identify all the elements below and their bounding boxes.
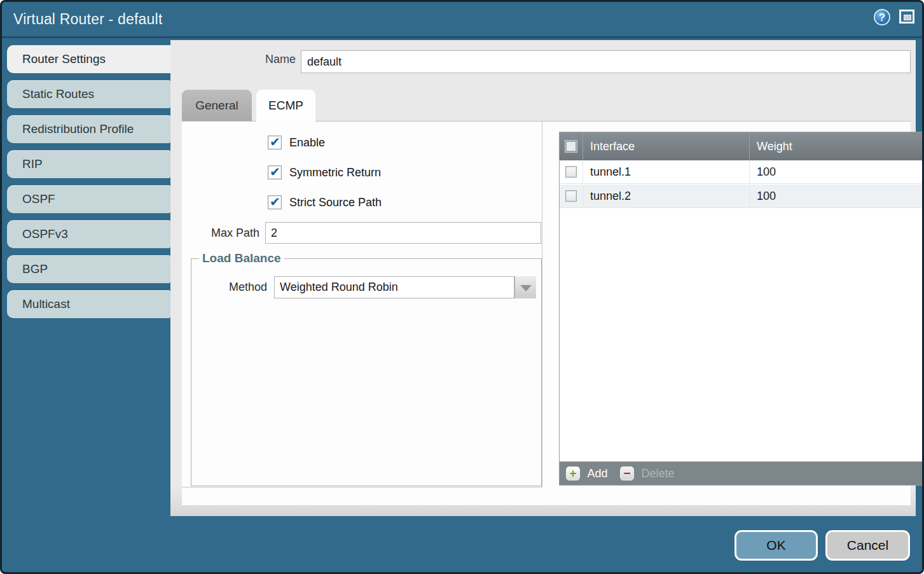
row-checkbox[interactable] (565, 166, 577, 178)
minimize-icon[interactable] (899, 10, 914, 24)
table-footer: + Add − Delete (560, 461, 922, 485)
header-checkbox-cell (560, 132, 583, 160)
delete-label: Delete (641, 467, 674, 480)
title-bar: Virtual Router - default ? (2, 2, 922, 38)
table-row[interactable]: tunnel.1 100 (560, 160, 922, 184)
add-button[interactable]: + Add (566, 466, 607, 482)
tab-ecmp[interactable]: ECMP (256, 90, 315, 122)
interface-table: Interface Weight tunnel.1 100 tunnel.2 1… (559, 132, 923, 486)
delete-button[interactable]: − Delete (620, 466, 674, 482)
sidebar-item-ospfv3[interactable]: OSPFv3 (7, 220, 170, 248)
ecmp-panel: Enable Symmetric Return Strict Source Pa… (182, 121, 911, 505)
ok-button[interactable]: OK (734, 530, 818, 561)
strict-source-path-label: Strict Source Path (289, 196, 382, 209)
enable-label: Enable (289, 136, 325, 150)
table-row[interactable]: tunnel.2 100 (560, 185, 922, 208)
add-label: Add (587, 467, 607, 480)
sidebar-item-redistribution-profile[interactable]: Redistribution Profile (7, 115, 170, 143)
sidebar-item-static-routes[interactable]: Static Routes (7, 80, 170, 108)
method-label: Method (202, 281, 267, 294)
name-input[interactable] (301, 50, 911, 73)
sidebar-item-rip[interactable]: RIP (7, 150, 170, 178)
select-all-checkbox[interactable] (565, 140, 577, 153)
method-dropdown-button[interactable] (514, 276, 536, 298)
tab-general[interactable]: General (182, 90, 252, 122)
table-header: Interface Weight (560, 132, 922, 160)
cell-interface: tunnel.2 (583, 185, 749, 208)
load-balance-legend: Load Balance (199, 251, 284, 265)
strict-source-path-checkbox[interactable] (268, 195, 282, 209)
row-checkbox[interactable] (565, 190, 577, 202)
cancel-button[interactable]: Cancel (825, 530, 910, 561)
load-balance-fieldset: Load Balance Method (191, 258, 542, 486)
sidebar-item-multicast[interactable]: Multicast (7, 290, 170, 318)
name-label: Name (170, 53, 296, 66)
virtual-router-dialog: Virtual Router - default ? Router Settin… (0, 0, 924, 574)
help-icon[interactable]: ? (874, 9, 890, 25)
sidebar-item-ospf[interactable]: OSPF (7, 185, 170, 213)
column-header-interface[interactable]: Interface (583, 132, 749, 160)
method-input[interactable] (274, 276, 514, 298)
cell-weight: 100 (749, 185, 923, 208)
cell-interface: tunnel.1 (583, 160, 749, 184)
max-path-label: Max Path (182, 227, 259, 240)
content-area: Name General ECMP Enable Symmetric Retur… (170, 40, 916, 516)
column-header-weight[interactable]: Weight (749, 132, 923, 160)
dialog-title: Virtual Router - default (13, 11, 163, 28)
ecmp-settings-pane: Enable Symmetric Return Strict Source Pa… (182, 122, 542, 487)
add-plus-icon: + (566, 466, 580, 480)
max-path-input[interactable] (265, 222, 541, 244)
sidebar-item-bgp[interactable]: BGP (7, 255, 170, 283)
symmetric-return-checkbox[interactable] (268, 165, 282, 179)
method-combobox (274, 276, 536, 298)
symmetric-return-label: Symmetric Return (289, 166, 381, 179)
enable-checkbox[interactable] (268, 136, 282, 150)
cell-weight: 100 (749, 160, 923, 184)
delete-minus-icon: − (620, 466, 634, 480)
sidebar-item-router-settings[interactable]: Router Settings (7, 45, 170, 73)
